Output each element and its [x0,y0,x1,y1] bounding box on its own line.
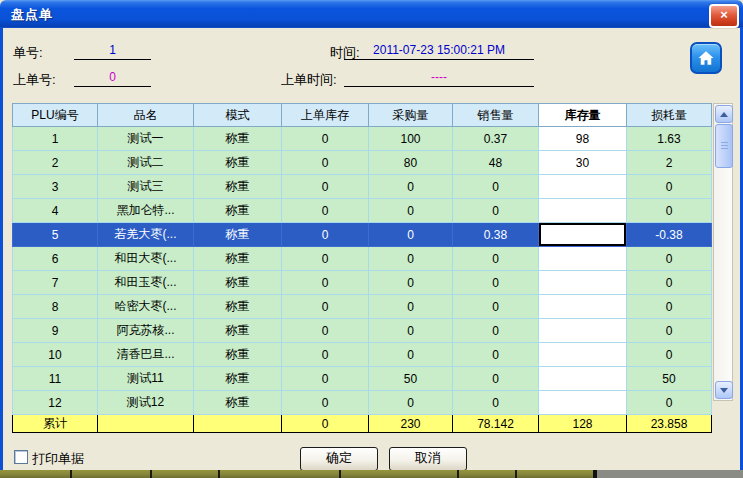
table-cell[interactable]: 0 [627,319,712,343]
table-cell[interactable]: 0 [369,295,453,319]
cancel-button[interactable]: 取消 [389,447,467,471]
table-cell[interactable]: 0.37 [453,127,539,151]
table-cell[interactable]: 称重 [194,127,282,151]
table-row[interactable]: 3测试三称重0000 [13,175,712,199]
table-cell[interactable]: 100 [369,127,453,151]
table-cell[interactable]: 8 [13,295,98,319]
scrollbar-thumb[interactable] [715,124,733,168]
table-cell[interactable]: 称重 [194,367,282,391]
table-cell[interactable]: 称重 [194,391,282,415]
table-cell[interactable]: 0 [453,271,539,295]
table-cell[interactable]: 0 [453,247,539,271]
table-cell[interactable]: 50 [627,367,712,391]
table-cell[interactable] [539,223,627,247]
table-cell[interactable]: 0 [369,391,453,415]
table-row[interactable]: 1测试一称重01000.37981.63 [13,127,712,151]
table-cell[interactable]: 48 [453,151,539,175]
table-cell[interactable]: 若羌大枣(... [98,223,194,247]
table-cell[interactable]: 阿克苏核... [98,319,194,343]
table-cell[interactable]: 0 [453,295,539,319]
table-cell[interactable] [539,319,627,343]
table-cell[interactable]: 0 [627,343,712,367]
table-cell[interactable]: 98 [539,127,627,151]
table-cell[interactable]: 9 [13,319,98,343]
table-cell[interactable]: 10 [13,343,98,367]
table-cell[interactable]: 哈密大枣(... [98,295,194,319]
table-cell[interactable]: 0 [369,175,453,199]
table-cell[interactable]: 0 [282,151,369,175]
table-cell[interactable]: 0 [282,319,369,343]
table-cell[interactable] [539,367,627,391]
scroll-up-button[interactable] [715,105,733,123]
table-cell[interactable] [539,391,627,415]
table-row[interactable]: 6和田大枣(...称重0000 [13,247,712,271]
close-button[interactable]: × [709,4,739,28]
table-cell[interactable]: 黑加仑特... [98,199,194,223]
table-cell[interactable]: 80 [369,151,453,175]
table-cell[interactable]: 和田大枣(... [98,247,194,271]
scroll-down-button[interactable] [715,381,733,399]
table-cell[interactable]: 称重 [194,151,282,175]
table-cell[interactable]: 1.63 [627,127,712,151]
table-cell[interactable]: 0 [453,343,539,367]
table-cell[interactable]: 0 [369,199,453,223]
table-cell[interactable]: 称重 [194,247,282,271]
table-cell[interactable] [539,343,627,367]
table-row[interactable]: 9阿克苏核...称重0000 [13,319,712,343]
table-row[interactable]: 11测试11称重050050 [13,367,712,391]
table-cell[interactable]: 测试12 [98,391,194,415]
table-cell[interactable]: 0 [453,367,539,391]
table-row[interactable]: 8哈密大枣(...称重0000 [13,295,712,319]
table-cell[interactable]: 5 [13,223,98,247]
home-button[interactable] [690,42,722,74]
ok-button[interactable]: 确定 [300,447,378,471]
table-row[interactable]: 5若羌大枣(...称重000.38-0.38 [13,223,712,247]
table-cell[interactable]: 和田玉枣(... [98,271,194,295]
table-cell[interactable]: 称重 [194,295,282,319]
vertical-scrollbar[interactable] [713,103,733,401]
table-cell[interactable]: 0 [282,391,369,415]
table-cell[interactable]: 4 [13,199,98,223]
table-cell[interactable]: 0 [369,343,453,367]
table-cell[interactable]: 0 [627,175,712,199]
table-cell[interactable]: 0 [627,391,712,415]
print-checkbox[interactable] [14,450,28,464]
table-cell[interactable]: 0 [627,271,712,295]
table-cell[interactable]: 0 [282,127,369,151]
table-cell[interactable]: 0 [453,319,539,343]
table-cell[interactable]: 0 [369,319,453,343]
table-cell[interactable]: 6 [13,247,98,271]
table-cell[interactable]: 3 [13,175,98,199]
table-cell[interactable]: 1 [13,127,98,151]
table-cell[interactable]: 7 [13,271,98,295]
table-cell[interactable]: 称重 [194,271,282,295]
table-cell[interactable]: 0 [369,271,453,295]
table-row[interactable]: 10清香巴旦...称重0000 [13,343,712,367]
table-row[interactable]: 12测试12称重0000 [13,391,712,415]
table-cell[interactable] [539,199,627,223]
table-cell[interactable]: 0 [282,199,369,223]
table-cell[interactable]: 0 [369,223,453,247]
table-cell[interactable]: 0 [369,247,453,271]
table-cell[interactable]: 0 [453,391,539,415]
table-cell[interactable]: 称重 [194,199,282,223]
table-cell[interactable]: 0 [282,295,369,319]
table-cell[interactable]: -0.38 [627,223,712,247]
table-cell[interactable]: 0 [453,199,539,223]
table-cell[interactable]: 12 [13,391,98,415]
table-cell[interactable]: 0 [282,343,369,367]
table-cell[interactable]: 11 [13,367,98,391]
table-cell[interactable]: 测试三 [98,175,194,199]
table-cell[interactable]: 30 [539,151,627,175]
table-cell[interactable] [539,271,627,295]
table-cell[interactable]: 测试11 [98,367,194,391]
table-cell[interactable] [539,295,627,319]
table-cell[interactable]: 0.38 [453,223,539,247]
table-cell[interactable]: 测试二 [98,151,194,175]
table-cell[interactable]: 2 [13,151,98,175]
table-row[interactable]: 7和田玉枣(...称重0000 [13,271,712,295]
table-cell[interactable]: 测试一 [98,127,194,151]
table-cell[interactable]: 0 [282,223,369,247]
table-cell[interactable]: 0 [627,247,712,271]
table-cell[interactable]: 0 [627,295,712,319]
